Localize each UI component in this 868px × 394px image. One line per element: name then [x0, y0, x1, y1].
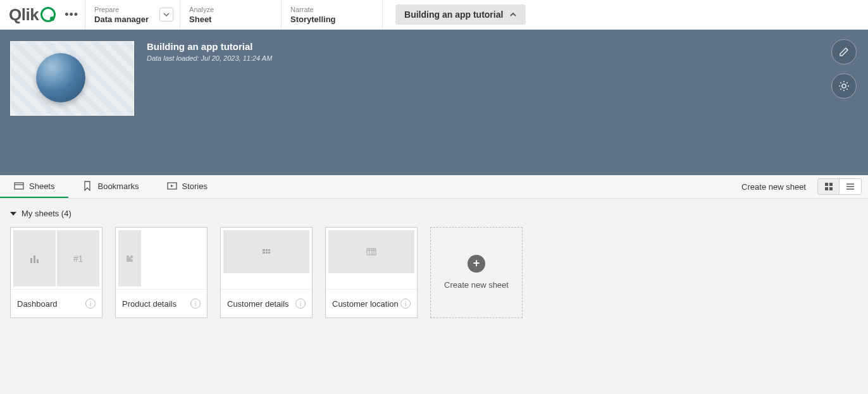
sheet-card-customer-details[interactable]: Customer details i	[220, 227, 313, 318]
topbar-spacer: Building an app tutorial	[383, 0, 868, 29]
preview-pane-empty	[144, 230, 204, 286]
tabs-right: Create new sheet	[730, 175, 868, 198]
svg-rect-19	[268, 249, 270, 251]
svg-rect-14	[34, 255, 35, 263]
pencil-icon	[838, 46, 850, 58]
svg-rect-21	[266, 252, 268, 254]
hero-actions	[831, 39, 857, 99]
more-icon[interactable]: •••	[65, 8, 78, 22]
card-preview: #1	[11, 228, 102, 289]
svg-rect-15	[37, 259, 39, 263]
card-title: Dashboard	[17, 299, 58, 309]
pivot-icon	[261, 247, 271, 256]
tab-sheets-label: Sheets	[29, 182, 54, 191]
card-preview	[116, 228, 207, 289]
sheets-icon	[14, 181, 24, 191]
svg-rect-13	[30, 258, 32, 263]
svg-rect-5	[825, 183, 828, 186]
view-toggle	[817, 178, 862, 195]
table-icon	[366, 248, 376, 255]
preview-pane-filter	[118, 230, 141, 286]
caret-down-icon	[10, 211, 16, 217]
nav-narrate-category: Narrate	[290, 6, 373, 13]
svg-rect-20	[263, 252, 265, 254]
info-icon[interactable]: i	[400, 299, 411, 309]
svg-rect-22	[268, 252, 270, 254]
svg-rect-23	[367, 249, 376, 255]
info-icon[interactable]: i	[295, 299, 306, 309]
app-title: Building an app tutorial	[147, 41, 272, 52]
hero-text: Building an app tutorial Data last loade…	[147, 41, 272, 164]
tab-stories[interactable]: Stories	[153, 175, 221, 198]
create-sheet-link[interactable]: Create new sheet	[730, 182, 817, 192]
chevron-down-icon	[163, 11, 170, 18]
nav-analyze-value: Sheet	[189, 15, 272, 24]
list-icon	[846, 182, 855, 191]
nav-narrate[interactable]: Narrate Storytelling	[282, 0, 383, 29]
nav-analyze-category: Analyze	[189, 6, 272, 13]
edit-button[interactable]	[831, 39, 857, 65]
card-title: Customer location	[332, 299, 399, 309]
sheet-cards: #1 Dashboard i Product details i	[10, 227, 858, 318]
svg-rect-18	[266, 249, 268, 251]
content-area: My sheets (4) #1 Dashboard i	[0, 199, 868, 328]
create-new-sheet-card[interactable]: + Create new sheet	[430, 227, 523, 318]
info-icon[interactable]: i	[85, 299, 96, 309]
grid-icon	[824, 182, 833, 191]
svg-rect-8	[829, 187, 833, 190]
gear-icon	[838, 80, 850, 92]
preview-pane-pivot	[223, 230, 309, 273]
qlik-logo[interactable]: Qlik	[9, 5, 56, 25]
logo-text: Qlik	[9, 5, 39, 25]
tutorial-dropdown[interactable]: Building an app tutorial	[395, 4, 526, 25]
globe-icon	[36, 53, 85, 102]
svg-rect-7	[825, 187, 828, 190]
svg-point-0	[842, 84, 846, 88]
my-sheets-group-header[interactable]: My sheets (4)	[10, 209, 858, 218]
nav-narrate-value: Storytelling	[290, 15, 373, 24]
prepare-dropdown-button[interactable]	[159, 8, 173, 22]
list-view-button[interactable]	[840, 179, 861, 194]
settings-button[interactable]	[831, 73, 857, 99]
tab-stories-label: Stories	[182, 182, 208, 191]
create-card-label: Create new sheet	[444, 280, 509, 291]
svg-marker-4	[171, 185, 173, 187]
preview-pane-table	[328, 230, 414, 273]
nav-analyze[interactable]: Analyze Sheet	[180, 0, 282, 29]
card-preview	[326, 228, 417, 289]
svg-rect-17	[263, 249, 265, 251]
tab-sheets[interactable]: Sheets	[0, 175, 68, 198]
sheet-card-product-details[interactable]: Product details i	[115, 227, 208, 318]
card-footer: Customer details i	[221, 289, 312, 317]
svg-rect-1	[15, 183, 23, 189]
sheet-card-customer-location[interactable]: Customer location i	[325, 227, 418, 318]
preview-pane-chart	[13, 230, 56, 286]
grid-view-button[interactable]	[818, 179, 840, 194]
tab-bookmarks[interactable]: Bookmarks	[68, 175, 152, 198]
tab-bookmarks-label: Bookmarks	[97, 182, 139, 191]
sheet-card-dashboard[interactable]: #1 Dashboard i	[10, 227, 102, 318]
card-preview	[221, 228, 312, 289]
card-footer: Customer location i	[326, 289, 417, 317]
app-hero: Building an app tutorial Data last loade…	[0, 30, 868, 175]
plus-icon: +	[468, 255, 485, 273]
group-label: My sheets (4)	[22, 209, 71, 218]
tabs-row: Sheets Bookmarks Stories Create new shee…	[0, 175, 868, 199]
card-title: Customer details	[227, 299, 289, 309]
logo-q-icon	[40, 7, 56, 22]
svg-rect-6	[829, 183, 833, 186]
nav-prepare[interactable]: Prepare Data manager	[85, 0, 180, 29]
logo-region: Qlik •••	[0, 0, 85, 29]
top-bar: Qlik ••• Prepare Data manager Analyze Sh…	[0, 0, 868, 30]
app-thumbnail[interactable]	[10, 41, 134, 116]
info-icon[interactable]: i	[190, 299, 201, 309]
card-footer: Product details i	[116, 289, 207, 317]
preview-pane-kpi: #1	[57, 230, 99, 286]
tutorial-label: Building an app tutorial	[404, 9, 503, 20]
bar-chart-icon	[30, 254, 40, 263]
puzzle-icon	[125, 254, 134, 263]
svg-marker-12	[10, 212, 16, 216]
bookmark-icon	[82, 181, 92, 191]
tabs-left: Sheets Bookmarks Stories	[0, 175, 221, 198]
card-title: Product details	[122, 299, 177, 309]
